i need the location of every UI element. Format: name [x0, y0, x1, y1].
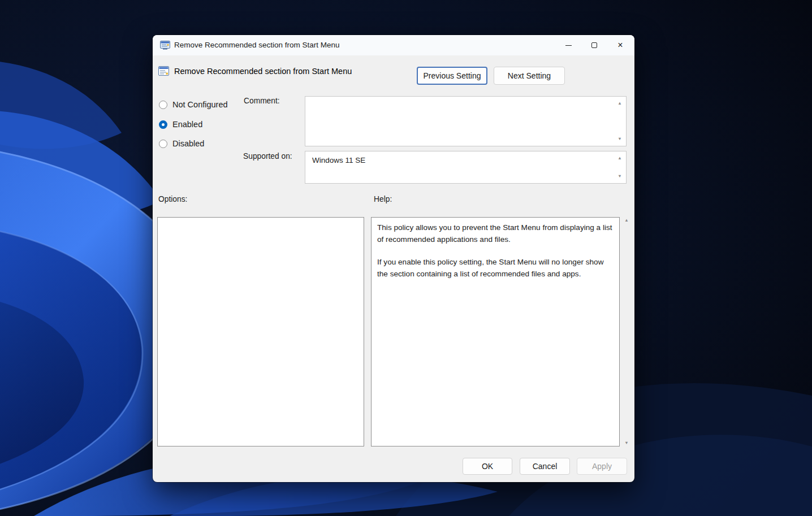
options-panel [157, 217, 364, 446]
titlebar[interactable]: Remove Recommended section from Start Me… [153, 35, 634, 55]
comment-label: Comment: [244, 97, 280, 105]
app-icon [160, 41, 170, 50]
comment-input[interactable]: ▲ ▼ [305, 96, 627, 146]
options-label: Options: [158, 195, 187, 203]
scroll-down-icon[interactable]: ▼ [623, 440, 630, 446]
policy-title: Remove Recommended section from Start Me… [174, 66, 352, 76]
ok-button[interactable]: OK [463, 458, 512, 475]
supported-on-label: Supported on: [243, 152, 292, 161]
scroll-up-icon[interactable]: ▲ [616, 101, 623, 106]
help-label: Help: [374, 195, 392, 203]
desktop: { "titlebar": { "title": "Remove Recomme… [0, 0, 812, 516]
supported-on-box[interactable]: Windows 11 SE ▲ ▼ [305, 151, 627, 184]
radio-enabled[interactable]: Enabled [159, 119, 202, 130]
apply-button[interactable]: Apply [577, 458, 627, 475]
cancel-button[interactable]: Cancel [520, 458, 570, 475]
help-text-box[interactable]: This policy allows you to prevent the St… [371, 217, 620, 446]
maximize-button[interactable] [581, 35, 607, 55]
radio-disabled[interactable]: Disabled [159, 138, 204, 149]
previous-setting-button[interactable]: Previous Setting [417, 67, 487, 85]
radio-icon [159, 101, 167, 109]
help-paragraph: If you enable this policy setting, the S… [377, 257, 614, 280]
window-title: Remove Recommended section from Start Me… [174, 35, 340, 55]
minimize-button[interactable] [555, 35, 581, 55]
radio-icon [159, 120, 167, 129]
help-scrollbar[interactable]: ▲ ▼ [622, 217, 631, 446]
radio-label: Not Configured [172, 100, 228, 109]
window-controls: × [555, 35, 633, 55]
help-paragraph: This policy allows you to prevent the St… [377, 222, 614, 245]
close-icon: × [617, 41, 623, 50]
close-button[interactable]: × [607, 35, 633, 55]
minimize-icon [565, 45, 572, 46]
next-setting-button[interactable]: Next Setting [494, 67, 565, 85]
radio-icon [159, 140, 167, 148]
scroll-up-icon[interactable]: ▲ [623, 218, 630, 223]
radio-not-configured[interactable]: Not Configured [159, 99, 228, 110]
supported-on-value: Windows 11 SE [312, 156, 365, 164]
maximize-icon [591, 42, 597, 48]
radio-label: Disabled [172, 139, 204, 148]
scroll-down-icon[interactable]: ▼ [616, 174, 623, 179]
policy-settings-window: Remove Recommended section from Start Me… [153, 35, 634, 482]
radio-label: Enabled [172, 120, 202, 129]
scroll-up-icon[interactable]: ▲ [616, 155, 623, 161]
policy-icon [158, 66, 169, 76]
scroll-down-icon[interactable]: ▼ [616, 136, 623, 142]
